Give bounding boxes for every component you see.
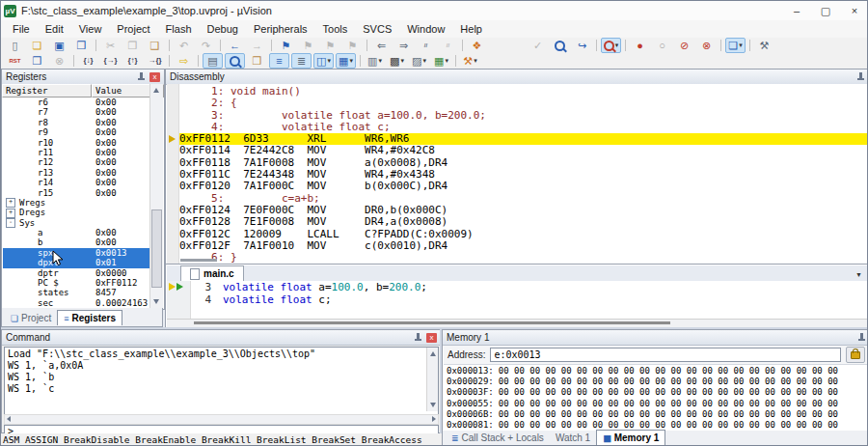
r7-register-row[interactable]: r7 0x00 [3,107,150,117]
open-file-button[interactable]: ❏ [27,38,47,53]
watch-1-tab[interactable]: Watch 1 [550,431,596,445]
command-output[interactable]: Load "F:\\stc_class_example\\example_3\\… [4,347,439,416]
stop-running-button[interactable]: ⊗ [49,53,69,69]
navigate-back-button[interactable]: ← [225,38,245,53]
enable-breakpoint-button[interactable]: ○ [652,38,672,53]
outdent-button[interactable]: ⇐ [371,38,392,53]
registers-scrollbar[interactable] [149,84,163,308]
registers-window-button[interactable]: ≡ [269,53,289,69]
command-hscrollbar[interactable] [4,414,439,425]
tab-main-c[interactable]: main.c [180,265,244,281]
call-stack-locals-tab[interactable]: ≣Call Stack + Locals [446,431,550,445]
scroll-up-icon[interactable] [430,351,436,356]
r11-register-row[interactable]: r11 0x00 [3,148,150,157]
r9-register-row[interactable]: r9 0x00 [3,127,150,137]
symbol-window-button[interactable]: ❒ [247,53,267,69]
redo-button[interactable]: ↷ [196,38,216,53]
close-icon[interactable]: x [426,333,437,343]
scroll-down-icon[interactable] [430,403,436,407]
b-register-row[interactable]: b 0x00 [3,237,150,247]
memory-row[interactable]: 0x000029:00 00 00 00 00 00 00 00 00 00 0… [445,376,868,387]
project-menu-item[interactable]: Project [109,23,157,35]
memory-window-button[interactable]: ▦ [336,53,356,69]
find-in-files-button[interactable] [550,38,570,53]
debug-menu-item[interactable]: Debug [200,23,246,35]
registers-tab[interactable]: ≡Registers [57,310,122,325]
editor-line[interactable]: 3volatile float a=100.0, b=200.0; [167,281,868,293]
disassembly-gutter[interactable] [167,84,179,264]
editor-line[interactable]: 4volatile float c; [167,293,868,306]
pc-register-row[interactable]: PC $ 0xFF0112 [3,278,150,288]
editor-code-area[interactable]: 3volatile float a=100.0, b=200.0;4volati… [167,281,868,320]
project-tab[interactable]: ❏Project [5,311,57,325]
edit-menu-item[interactable]: Edit [38,23,71,35]
analysis-window-button[interactable]: ▩ [387,53,407,69]
call-stack-window-button[interactable]: ≣ [291,53,312,69]
address-input[interactable]: e:0x0013 [490,348,841,362]
close-icon[interactable]: x [149,72,160,82]
watch-window-button[interactable]: ◫ [313,53,334,69]
window-layout-button[interactable]: ❏ [725,38,746,53]
memory-1-tab[interactable]: ▦Memory 1 [596,430,665,445]
view-menu-item[interactable]: View [71,23,110,35]
memory-row[interactable]: 0x00006B:00 00 00 00 00 00 00 00 00 00 0… [445,409,868,420]
r8-register-row[interactable]: r8 0x00 [3,118,150,127]
copy-button[interactable]: ❐ [122,38,143,53]
undo-button[interactable]: ↶ [174,38,194,53]
start-stop-debug-button[interactable]: ❒ [27,53,47,69]
scroll-up-icon[interactable] [153,88,159,93]
scroll-down-icon[interactable] [153,299,159,304]
file-menu-item[interactable]: File [5,23,38,35]
r10-register-row[interactable]: r10 0x00 [3,138,150,148]
sys-register-row[interactable]: -Sys [3,218,150,228]
scroll-left-icon[interactable] [7,416,11,422]
toolbox-button[interactable]: ⚒ [460,53,480,69]
bookmark-next-button[interactable]: ⚑ [320,38,340,53]
bookmark-previous-button[interactable]: ⚑ [298,38,318,53]
cut-button[interactable]: ✂ [100,38,121,53]
r15-register-row[interactable]: r15 0x00 [3,188,150,198]
trace-window-button[interactable]: ▨ [409,53,429,69]
configure-button[interactable]: ⚒ [754,38,774,53]
pin-icon[interactable] [856,72,865,81]
disassembly-line[interactable]: 1: void main() [179,86,868,98]
states-register-row[interactable]: states 8457 [3,288,150,297]
spx-register-row[interactable]: spx 0x0013 [3,248,150,258]
pin-icon[interactable] [857,333,866,342]
dregs-register-row[interactable]: +Dregs [3,208,150,217]
tab-list-dropdown-icon[interactable] [855,267,862,279]
step-out-button[interactable]: {↑} [122,53,143,69]
save-all-button[interactable]: ❒ [71,38,92,53]
navigate-forward-button[interactable]: → [247,38,267,53]
r6-register-row[interactable]: r6 0x00 [3,98,150,107]
minimize-button[interactable]: – [782,2,811,20]
disassembly-window-button[interactable] [225,53,245,69]
spell-check-button[interactable]: ✓ [528,38,548,53]
close-button[interactable]: × [840,2,868,20]
disassembly-line[interactable]: 6: } [179,252,868,264]
memory-grid[interactable]: 0x000013:00 00 00 00 00 00 00 00 00 00 0… [445,366,868,431]
r13-register-row[interactable]: r13 0x00 [3,168,150,178]
step-over-button[interactable]: {→} [100,53,121,69]
save-button[interactable]: ▣ [49,38,69,53]
pin-icon[interactable] [137,72,146,81]
peripherals-menu-item[interactable]: Peripherals [246,23,315,35]
editor-hscrollbar[interactable] [167,319,868,327]
scrollbar-thumb[interactable] [151,209,162,288]
r12-register-row[interactable]: r12 0x00 [3,157,150,167]
load-application-button[interactable]: ❖ [467,38,487,53]
show-next-statement-button[interactable]: ⇨ [174,53,194,69]
wregs-expander-icon[interactable]: + [6,198,15,208]
bookmark-toggle-button[interactable]: ⚑ [276,38,296,53]
run-to-cursor-button[interactable]: →{} [145,53,165,69]
svcs-menu-item[interactable]: SVCS [355,23,399,35]
memory-row[interactable]: 0x000055:00 00 00 00 00 00 00 00 00 00 0… [445,399,868,409]
bookmark-clear-all-button[interactable]: ⚑ [342,38,363,53]
paste-button[interactable]: ❑ [145,38,165,53]
disassembly-line[interactable]: 0xFF012F 7A1F0010 MOV c(0x0010),DR4 [179,240,868,252]
find-button[interactable] [601,38,621,53]
maximize-button[interactable]: ▢ [811,2,840,20]
command-vscrollbar[interactable] [426,348,438,411]
sys-expander-icon[interactable]: - [6,218,15,228]
comment-button[interactable]: // [416,38,436,53]
